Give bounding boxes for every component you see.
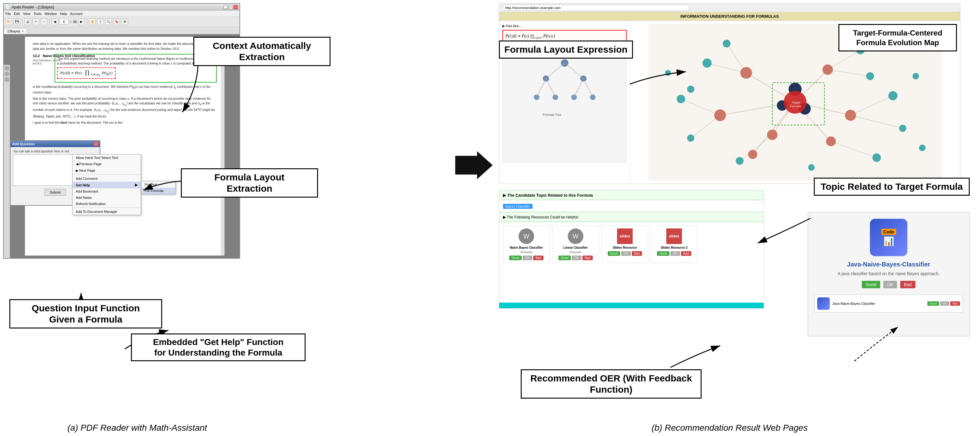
toolbar-zoom-in[interactable]: + — [32, 18, 39, 25]
toolbar-bookmark[interactable]: 🔖 — [113, 18, 120, 25]
pdf-scrollbar[interactable] — [221, 37, 224, 255]
url-bar[interactable]: http://recommendation.example.com — [502, 5, 689, 11]
slides1-ok-btn[interactable]: OK — [621, 251, 630, 256]
menu-item-add-doc[interactable]: Add To Document Manager — [73, 208, 141, 215]
toolbar-search[interactable]: 🔍 — [105, 18, 112, 25]
toolbar-open[interactable]: 📂 — [5, 18, 12, 25]
slides1-good-btn[interactable]: Good — [608, 251, 620, 256]
svg-point-57 — [714, 109, 726, 121]
target-formula-label: Target-Formula-Centered Formula Evolutio… — [853, 29, 942, 47]
code-mini-ok[interactable]: OK — [940, 301, 949, 306]
sidebar-search-icon[interactable] — [5, 77, 9, 82]
menu-view[interactable]: View — [23, 12, 30, 16]
code-ok-btn[interactable]: OK — [883, 281, 897, 288]
oer-card-wiki2: W Linear Classifier Wikipedia Good OK Ba… — [552, 226, 599, 263]
slides-title-1: Slides Resource — [604, 246, 646, 249]
svg-point-52 — [740, 67, 752, 79]
wiki-icon-1: W — [519, 228, 534, 244]
svg-point-45 — [736, 157, 744, 165]
code-resource-title: Java-Naive-Bayes-Classifier — [815, 261, 963, 268]
toolbar-prev[interactable]: ◀ — [51, 18, 58, 25]
svg-marker-4 — [455, 151, 493, 179]
toolbar-next[interactable]: ▶ — [78, 18, 85, 25]
toolbar-settings[interactable]: ⚙ — [121, 18, 128, 25]
toolbar-sep3 — [87, 19, 87, 25]
menu-item-add-bookmark[interactable]: Add Bookmark — [73, 188, 141, 195]
code-bad-btn[interactable]: Bad — [900, 281, 915, 288]
toolbar-print[interactable]: 🖨 — [24, 18, 31, 25]
page-input[interactable] — [60, 19, 68, 25]
wiki2-bad-btn[interactable]: Bad — [582, 255, 593, 260]
menu-tools[interactable]: Tools — [33, 12, 41, 16]
svg-point-49 — [919, 144, 926, 151]
toolbar-select[interactable]: │ — [97, 18, 104, 25]
network-col: Target Formula Target-Formula-Centered F… — [630, 21, 960, 184]
svg-line-17 — [583, 79, 593, 97]
dialog-close-button[interactable]: × — [94, 142, 98, 146]
arrow-code-resource — [854, 321, 917, 368]
toolbar-save[interactable]: 💾 — [13, 18, 20, 25]
menu-item-refresh[interactable]: Refresh Notification — [73, 201, 141, 207]
menu-item-get-help[interactable]: Get Help ▶ — [73, 182, 141, 188]
left-panel: 📄 Apabi Reader - [13bayes] _ □ × File Ed… — [0, 0, 471, 436]
menu-item-next-page[interactable]: ▶ Next Page — [73, 167, 141, 174]
arrow-context-pdf — [173, 62, 220, 119]
page-separator: / — [70, 20, 72, 24]
pdf-tab-active[interactable]: 13bayes × — [4, 28, 27, 34]
annotation-question-input: Question Input FunctionGiven a Formula — [10, 299, 162, 328]
wiki-feedback-1: Good OK Bad — [506, 255, 547, 260]
svg-line-15 — [546, 79, 555, 97]
arrow-topic-related — [754, 218, 817, 249]
toolbar-zoom-out[interactable]: − — [41, 18, 48, 25]
caption-left: (a) PDF Reader with Math-Assistant — [16, 423, 259, 433]
annotation-context-extraction: Context AutomaticallyExtraction — [193, 37, 331, 66]
slides2-good-btn[interactable]: Good — [657, 251, 670, 256]
menu-file[interactable]: File — [5, 12, 11, 16]
svg-point-41 — [866, 72, 874, 80]
browser-bar: http://recommendation.example.com — [499, 3, 960, 12]
topic-web-section: ▶ The Candidate Topic Related to this Fo… — [499, 190, 764, 309]
menu-item-add-comment[interactable]: Add Comment — [73, 176, 141, 182]
menu-window[interactable]: Window — [45, 12, 57, 16]
bayes-classifier-badge[interactable]: Bayes Classifier — [503, 204, 533, 209]
tab-close-icon[interactable]: × — [22, 30, 24, 33]
close-button[interactable]: × — [234, 5, 238, 10]
sidebar-thumb-icon[interactable] — [5, 72, 9, 76]
slides-feedback-1: Good OK Bad — [604, 251, 646, 256]
oer-card-slides2: slides Slides Resource 2 Good OK Bad — [651, 226, 697, 263]
maximize-button[interactable]: □ — [229, 5, 233, 10]
menu-item-prev-page[interactable]: ◀ Previous Page — [73, 161, 141, 167]
code-good-btn[interactable]: Good — [862, 281, 880, 288]
wiki1-bad-btn[interactable]: Bad — [533, 255, 544, 260]
slides1-bad-btn[interactable]: Bad — [632, 251, 642, 256]
window-controls: _ □ × — [224, 5, 238, 10]
slides2-bad-btn[interactable]: Bad — [681, 251, 692, 256]
wiki2-good-btn[interactable]: Good — [558, 255, 571, 260]
page-header-bar: INFORMATION UNDERSTANDING FOR FORMULAS — [499, 12, 960, 21]
code-mini-good[interactable]: Good — [927, 301, 939, 306]
slides-icon-1: slides — [617, 228, 633, 244]
annotation-question-label: Question Input FunctionGiven a Formula — [32, 303, 140, 324]
dialog-submit-button[interactable]: Submit — [45, 189, 66, 196]
wiki1-ok-btn[interactable]: OK — [523, 255, 532, 260]
annotation-recommended-oer: Recommended OER (With Feedback Function) — [521, 369, 702, 399]
progress-bar-cyan — [499, 303, 764, 308]
big-right-arrow — [455, 150, 493, 182]
menu-item-hand-tool[interactable]: Allow Hand Tool Select Text — [73, 155, 141, 161]
sidebar-bookmark-icon[interactable] — [5, 66, 9, 70]
wiki1-good-btn[interactable]: Good — [509, 255, 522, 260]
toolbar-hand[interactable]: ✋ — [89, 18, 96, 25]
slides2-ok-btn[interactable]: OK — [670, 251, 680, 256]
code-badge: Code — [881, 229, 896, 235]
wiki2-ok-btn[interactable]: OK — [572, 255, 581, 260]
code-mini-bad[interactable]: Bad — [950, 301, 960, 306]
menu-edit[interactable]: Edit — [14, 12, 20, 16]
oer-card-wiki1: W Naive Bayes Classifier Wikipedia Good … — [503, 226, 550, 263]
menu-help[interactable]: Help — [60, 12, 67, 16]
svg-point-42 — [888, 91, 897, 100]
minimize-button[interactable]: _ — [224, 5, 228, 10]
context-menu: Allow Hand Tool Select Text ◀ Previous P… — [72, 154, 141, 215]
dialog-titlebar: Add Question × — [11, 141, 100, 147]
menu-item-add-notes[interactable]: Add Notes — [73, 195, 141, 201]
menu-account[interactable]: Account — [70, 12, 83, 16]
